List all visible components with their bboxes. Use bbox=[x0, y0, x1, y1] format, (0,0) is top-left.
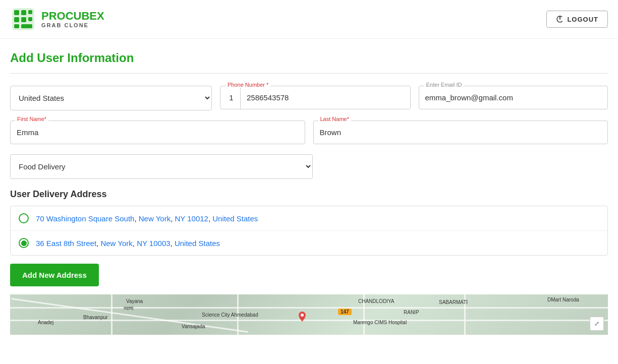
svg-point-13 bbox=[301, 314, 304, 317]
email-input[interactable] bbox=[419, 86, 608, 109]
phone-number-input[interactable] bbox=[241, 86, 410, 109]
first-name-label: First Name* bbox=[15, 116, 48, 122]
address-list: 70 Washington Square South, New York, NY… bbox=[10, 206, 608, 256]
map-label-ranip: RANIP bbox=[404, 310, 419, 315]
header: PROCUBEX GRAB CLONE LOGOUT bbox=[0, 0, 618, 39]
svg-rect-3 bbox=[14, 17, 19, 22]
address-text-1: 70 Washington Square South, New York, NY… bbox=[36, 214, 258, 223]
brand-cubex: CUBEX bbox=[66, 10, 104, 22]
email-field-box: Enter Email ID bbox=[419, 86, 608, 109]
map-label-dmart: DMart Naroda bbox=[547, 297, 579, 302]
address-highlight-2c: NY 10003 bbox=[137, 239, 170, 248]
map-label-cims: Marengo CIMS Hospital bbox=[353, 320, 407, 325]
map-placeholder: Vayana व्याणा Science City Ahmedabad CHA… bbox=[10, 294, 608, 335]
address-highlight-1a: 70 Washington Square South bbox=[36, 214, 134, 223]
address-highlight-2b: New York bbox=[100, 239, 132, 248]
address-highlight-1c: NY 10012 bbox=[175, 214, 208, 223]
brand-sub: GRAB CLONE bbox=[41, 22, 104, 28]
svg-rect-1 bbox=[14, 10, 19, 15]
address-item-2[interactable]: 36 East 8th Street, New York, NY 10003, … bbox=[11, 231, 607, 255]
phone-label: Phone Number * bbox=[226, 82, 270, 88]
svg-rect-5 bbox=[21, 17, 26, 22]
form-row-3: Food Delivery Grocery Delivery Parcel De… bbox=[10, 154, 608, 179]
email-label: Enter Email ID bbox=[424, 82, 464, 88]
map-label-chandlodiya: CHANDLODIYA bbox=[358, 298, 395, 304]
address-highlight-1d: United States bbox=[212, 214, 258, 223]
phone-code: 1 bbox=[220, 86, 241, 109]
svg-rect-6 bbox=[14, 24, 19, 28]
first-name-input[interactable] bbox=[10, 120, 305, 144]
country-select-wrap: United States Canada United Kingdom Aust… bbox=[10, 86, 212, 110]
logo-icon bbox=[10, 6, 36, 32]
map-label-anadej: Anadej bbox=[38, 320, 53, 325]
svg-rect-7 bbox=[28, 17, 32, 21]
map-pin bbox=[298, 311, 307, 324]
logout-button[interactable]: LOGOUT bbox=[546, 11, 608, 28]
form-row-2: First Name* Last Name* bbox=[10, 120, 608, 144]
address-highlight-2d: United States bbox=[175, 239, 220, 248]
svg-rect-4 bbox=[28, 10, 32, 14]
logo-area: PROCUBEX GRAB CLONE bbox=[10, 6, 104, 32]
brand-pro: PRO bbox=[41, 10, 66, 22]
svg-rect-2 bbox=[21, 10, 26, 15]
address-item-1[interactable]: 70 Washington Square South, New York, NY… bbox=[11, 206, 607, 231]
first-name-wrap: First Name* bbox=[10, 120, 305, 144]
add-address-button[interactable]: Add New Address bbox=[10, 264, 99, 286]
map-area: Vayana व्याणा Science City Ahmedabad CHA… bbox=[10, 294, 608, 335]
logo-text: PROCUBEX GRAB CLONE bbox=[41, 10, 104, 28]
last-name-label: Last Name* bbox=[318, 116, 351, 122]
road-badge-147: 147 bbox=[338, 309, 352, 315]
svg-marker-12 bbox=[299, 318, 305, 322]
form-row-1: United States Canada United Kingdom Aust… bbox=[10, 86, 608, 110]
svg-rect-8 bbox=[21, 24, 32, 28]
logout-label: LOGOUT bbox=[567, 16, 598, 23]
map-label-science-city: Science City Ahmedabad bbox=[202, 312, 258, 318]
address-text-2: 36 East 8th Street, New York, NY 10003, … bbox=[36, 239, 220, 248]
address-highlight-1b: New York bbox=[139, 214, 171, 223]
map-label-sabarmati: SABARMATI bbox=[439, 299, 468, 305]
radio-1[interactable] bbox=[19, 213, 29, 223]
service-select-wrap: Food Delivery Grocery Delivery Parcel De… bbox=[10, 154, 313, 179]
address-highlight-2a: 36 East 8th Street bbox=[36, 239, 96, 248]
map-label-bhavanpur: Bhavanpur bbox=[83, 315, 107, 320]
map-label-vayana-gu: व्याणा bbox=[124, 306, 133, 312]
country-select[interactable]: United States Canada United Kingdom Aust… bbox=[10, 86, 212, 110]
main-content: Add User Information United States Canad… bbox=[0, 39, 618, 335]
brand-name: PROCUBEX bbox=[41, 10, 104, 22]
last-name-input[interactable] bbox=[313, 120, 608, 144]
phone-group: Phone Number * 1 bbox=[220, 86, 411, 109]
map-expand-button[interactable]: ⤢ bbox=[590, 317, 604, 331]
radio-2[interactable] bbox=[19, 238, 29, 248]
last-name-wrap: Last Name* bbox=[313, 120, 608, 144]
power-icon bbox=[556, 15, 564, 23]
email-field-wrap: Enter Email ID bbox=[419, 86, 608, 109]
map-label-vayana: Vayana bbox=[126, 298, 143, 304]
service-select[interactable]: Food Delivery Grocery Delivery Parcel De… bbox=[10, 154, 313, 179]
divider bbox=[10, 73, 608, 74]
delivery-section-title: User Delivery Address bbox=[10, 189, 608, 200]
page-title: Add User Information bbox=[10, 51, 608, 65]
map-label-vansajada: Vansajada bbox=[182, 324, 205, 329]
